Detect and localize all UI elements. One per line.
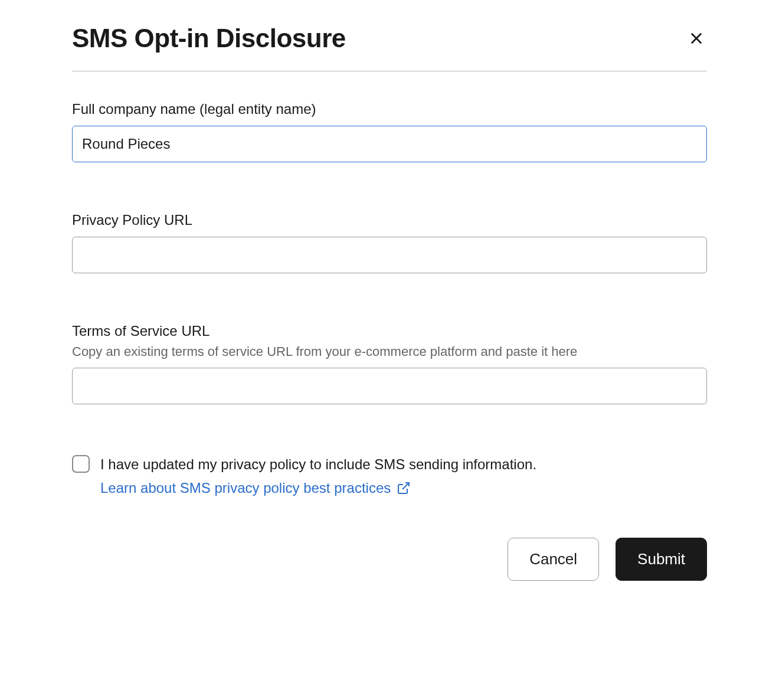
company-name-field-group: Full company name (legal entity name): [72, 101, 707, 162]
cancel-button[interactable]: Cancel: [508, 538, 599, 581]
close-button[interactable]: [686, 28, 707, 49]
terms-url-helper: Copy an existing terms of service URL fr…: [72, 344, 707, 359]
submit-button[interactable]: Submit: [616, 538, 707, 581]
close-icon: [688, 30, 705, 47]
modal-header: SMS Opt-in Disclosure: [72, 24, 707, 71]
learn-more-text: Learn about SMS privacy policy best prac…: [100, 480, 391, 496]
privacy-url-field-group: Privacy Policy URL: [72, 212, 707, 273]
privacy-url-label: Privacy Policy URL: [72, 212, 707, 228]
terms-url-label: Terms of Service URL: [72, 323, 707, 339]
consent-checkbox[interactable]: [72, 455, 90, 473]
terms-url-field-group: Terms of Service URL Copy an existing te…: [72, 323, 707, 404]
privacy-url-input[interactable]: [72, 237, 707, 273]
consent-checkbox-row: I have updated my privacy policy to incl…: [72, 454, 707, 496]
svg-line-2: [402, 483, 409, 489]
modal-title: SMS Opt-in Disclosure: [72, 24, 346, 53]
terms-url-input[interactable]: [72, 368, 707, 404]
form-section: Full company name (legal entity name) Pr…: [72, 101, 707, 581]
company-name-label: Full company name (legal entity name): [72, 101, 707, 117]
learn-more-link[interactable]: Learn about SMS privacy policy best prac…: [100, 480, 411, 496]
sms-optin-modal: SMS Opt-in Disclosure Full company name …: [72, 24, 707, 581]
external-link-icon: [397, 481, 411, 495]
company-name-input[interactable]: [72, 126, 707, 162]
consent-text-block: I have updated my privacy policy to incl…: [100, 454, 536, 496]
consent-label: I have updated my privacy policy to incl…: [100, 454, 536, 475]
button-row: Cancel Submit: [72, 538, 707, 581]
